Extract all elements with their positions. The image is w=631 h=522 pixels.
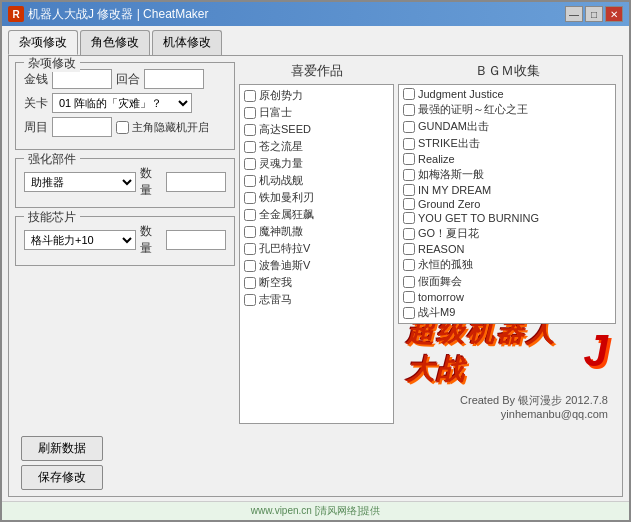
bottom-buttons: 刷新数据 保存修改 bbox=[9, 430, 622, 496]
tab-mech[interactable]: 机体修改 bbox=[152, 30, 222, 55]
part-row: 助推器 数量 bbox=[24, 165, 226, 199]
skill-select[interactable]: 格斗能力+10 bbox=[24, 230, 136, 250]
skill-qty-label: 数量 bbox=[140, 223, 162, 257]
favorite-checkbox[interactable] bbox=[244, 124, 256, 136]
skill-qty-input[interactable] bbox=[166, 230, 226, 250]
close-button[interactable]: ✕ bbox=[605, 6, 623, 22]
hide-label: 主角隐藏机开启 bbox=[132, 120, 209, 135]
favorite-checkbox[interactable] bbox=[244, 294, 256, 306]
skill-group: 技能芯片 格斗能力+10 数量 bbox=[15, 216, 235, 266]
money-input[interactable] bbox=[52, 69, 112, 89]
bgm-checkbox[interactable] bbox=[403, 259, 415, 271]
list-item: Judgment Justice bbox=[403, 87, 611, 101]
skill-row: 格斗能力+10 数量 bbox=[24, 223, 226, 257]
favorite-checkbox[interactable] bbox=[244, 243, 256, 255]
maximize-button[interactable]: □ bbox=[585, 6, 603, 22]
bgm-label: STRIKE出击 bbox=[418, 136, 480, 151]
misc-group: 杂项修改 金钱 回合 关卡 01 阵临的「灾难」？02 下一关 周目 bbox=[15, 62, 235, 150]
list-item: 高达SEED bbox=[244, 121, 389, 138]
favorite-label: 波鲁迪斯V bbox=[259, 258, 310, 273]
hide-checkbox[interactable] bbox=[116, 121, 129, 134]
part-select[interactable]: 助推器 bbox=[24, 172, 136, 192]
window-title: 机器人大战J 修改器 | CheatMaker bbox=[28, 6, 208, 23]
bgm-checkbox[interactable] bbox=[403, 243, 415, 255]
favorites-list[interactable]: 原创势力日富士高达SEED苍之流星灵魂力量机动战舰铁加曼利刃全金属狂飙魔神凯撒孔… bbox=[239, 84, 394, 424]
week-label: 周目 bbox=[24, 119, 48, 136]
favorite-checkbox[interactable] bbox=[244, 175, 256, 187]
list-item: 铁加曼利刃 bbox=[244, 189, 389, 206]
bgm-checkbox[interactable] bbox=[403, 228, 415, 240]
tab-character[interactable]: 角色修改 bbox=[80, 30, 150, 55]
favorite-checkbox[interactable] bbox=[244, 260, 256, 272]
list-item: YOU GET TO BURNING bbox=[403, 211, 611, 225]
titlebar-left: R 机器人大战J 修改器 | CheatMaker bbox=[8, 6, 208, 23]
week-input[interactable] bbox=[52, 117, 112, 137]
favorite-label: 断空我 bbox=[259, 275, 292, 290]
bgm-checkbox[interactable] bbox=[403, 276, 415, 288]
favorite-checkbox[interactable] bbox=[244, 277, 256, 289]
hide-row: 主角隐藏机开启 bbox=[116, 120, 209, 135]
list-item: Realize bbox=[403, 152, 611, 166]
turns-input[interactable] bbox=[144, 69, 204, 89]
logo-text: 超级机器人大战 bbox=[406, 313, 580, 389]
bgm-list[interactable]: Judgment Justice最强的证明～红心之王GUNDAM出击STRIKE… bbox=[398, 84, 616, 324]
watermark: www.vipen.cn [清风网络]提供 bbox=[2, 501, 629, 520]
strengthen-group-label: 强化部件 bbox=[24, 151, 80, 168]
bgm-checkbox[interactable] bbox=[403, 138, 415, 150]
list-item: 苍之流星 bbox=[244, 138, 389, 155]
stage-row: 关卡 01 阵临的「灾难」？02 下一关 bbox=[24, 93, 226, 113]
stage-select[interactable]: 01 阵临的「灾难」？02 下一关 bbox=[52, 93, 192, 113]
bgm-title: ＢＧＭ收集 bbox=[398, 62, 616, 80]
favorite-checkbox[interactable] bbox=[244, 226, 256, 238]
bgm-checkbox[interactable] bbox=[403, 153, 415, 165]
bgm-checkbox[interactable] bbox=[403, 198, 415, 210]
bgm-label: 战斗M9 bbox=[418, 305, 455, 320]
favorite-checkbox[interactable] bbox=[244, 158, 256, 170]
list-item: 日富士 bbox=[244, 104, 389, 121]
minimize-button[interactable]: — bbox=[565, 6, 583, 22]
bgm-checkbox[interactable] bbox=[403, 104, 415, 116]
list-item: IN MY DREAM bbox=[403, 183, 611, 197]
money-row: 金钱 回合 bbox=[24, 69, 226, 89]
favorite-label: 志雷马 bbox=[259, 292, 292, 307]
bgm-label: Judgment Justice bbox=[418, 88, 504, 100]
favorite-label: 高达SEED bbox=[259, 122, 311, 137]
bgm-checkbox[interactable] bbox=[403, 307, 415, 319]
list-item: Ground Zero bbox=[403, 197, 611, 211]
tab-misc[interactable]: 杂项修改 bbox=[8, 30, 78, 55]
logo-j: J bbox=[584, 326, 608, 376]
list-item: tomorrow bbox=[403, 290, 611, 304]
favorite-checkbox[interactable] bbox=[244, 90, 256, 102]
save-button[interactable]: 保存修改 bbox=[21, 465, 103, 490]
bgm-label: Ground Zero bbox=[418, 198, 480, 210]
bgm-checkbox[interactable] bbox=[403, 121, 415, 133]
bgm-label: Realize bbox=[418, 153, 455, 165]
bgm-label: 假面舞会 bbox=[418, 274, 462, 289]
bgm-checkbox[interactable] bbox=[403, 291, 415, 303]
bgm-label: YOU GET TO BURNING bbox=[418, 212, 539, 224]
bgm-checkbox[interactable] bbox=[403, 184, 415, 196]
list-item: 孔巴特拉V bbox=[244, 240, 389, 257]
favorite-checkbox[interactable] bbox=[244, 192, 256, 204]
part-qty-input[interactable] bbox=[166, 172, 226, 192]
app-icon: R bbox=[8, 6, 24, 22]
main-window: R 机器人大战J 修改器 | CheatMaker — □ ✕ 杂项修改 角色修… bbox=[0, 0, 631, 522]
list-item: 原创势力 bbox=[244, 87, 389, 104]
list-item: 魔神凯撒 bbox=[244, 223, 389, 240]
bgm-checkbox[interactable] bbox=[403, 88, 415, 100]
skill-group-label: 技能芯片 bbox=[24, 209, 80, 226]
bottom-right: 超级机器人大战 J Created By 银河漫步 2012.7.8 yinhe… bbox=[398, 324, 616, 424]
list-item: 波鲁迪斯V bbox=[244, 257, 389, 274]
favorite-checkbox[interactable] bbox=[244, 209, 256, 221]
favorite-checkbox[interactable] bbox=[244, 141, 256, 153]
bgm-label: REASON bbox=[418, 243, 464, 255]
logo-area: 超级机器人大战 J bbox=[406, 313, 608, 389]
bgm-checkbox[interactable] bbox=[403, 212, 415, 224]
favorite-checkbox[interactable] bbox=[244, 107, 256, 119]
misc-group-label: 杂项修改 bbox=[24, 56, 80, 72]
bgm-label: GO！夏日花 bbox=[418, 226, 479, 241]
refresh-button[interactable]: 刷新数据 bbox=[21, 436, 103, 461]
list-item: 最强的证明～红心之王 bbox=[403, 101, 611, 118]
bgm-checkbox[interactable] bbox=[403, 169, 415, 181]
list-item: 假面舞会 bbox=[403, 273, 611, 290]
